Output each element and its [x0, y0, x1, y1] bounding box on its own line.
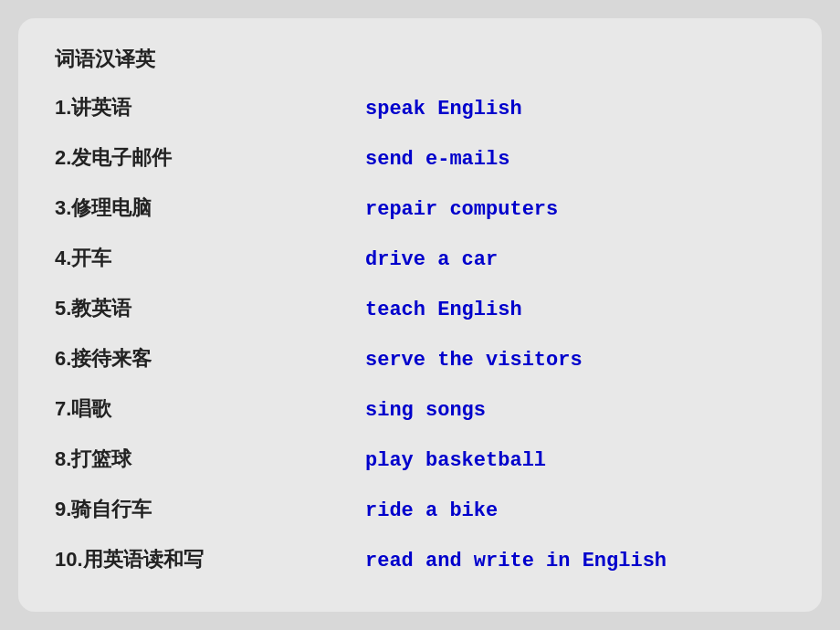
chinese-text: 5.教英语 — [55, 295, 365, 322]
vocab-row: 1.讲英语speak English — [55, 94, 785, 121]
vocab-row: 3.修理电脑repair computers — [55, 194, 785, 222]
chinese-text: 1.讲英语 — [55, 94, 365, 121]
chinese-text: 8.打篮球 — [55, 446, 365, 473]
chinese-text: 2.发电子邮件 — [55, 144, 365, 172]
vocab-list: 1.讲英语speak English2.发电子邮件send e-mails3.修… — [55, 82, 785, 584]
english-text: ride a bike — [365, 499, 498, 522]
vocab-row: 6.接待来客serve the visitors — [55, 345, 785, 373]
main-card: 词语汉译英 1.讲英语speak English2.发电子邮件send e-ma… — [18, 18, 822, 612]
vocab-row: 10.用英语读和写read and write in English — [55, 546, 785, 573]
vocab-row: 5.教英语teach English — [55, 295, 785, 322]
chinese-text: 10.用英语读和写 — [55, 546, 365, 573]
vocab-row: 7.唱歌sing songs — [55, 395, 785, 423]
vocab-row: 2.发电子邮件send e-mails — [55, 144, 785, 172]
vocab-row: 4.开车drive a car — [55, 245, 785, 272]
english-text: teach English — [365, 299, 522, 321]
english-text: sing songs — [365, 399, 486, 422]
vocab-row: 8.打篮球play basketball — [55, 446, 785, 473]
vocab-row: 9.骑自行车ride a bike — [55, 496, 785, 523]
english-text: read and write in English — [365, 550, 667, 572]
english-text: serve the visitors — [365, 349, 583, 372]
chinese-text: 3.修理电脑 — [55, 194, 365, 222]
chinese-text: 9.骑自行车 — [55, 496, 365, 523]
english-text: drive a car — [365, 248, 498, 271]
english-text: speak English — [365, 98, 522, 121]
english-text: repair computers — [365, 198, 558, 221]
page-title: 词语汉译英 — [55, 46, 785, 73]
english-text: send e-mails — [365, 148, 509, 171]
chinese-text: 7.唱歌 — [55, 395, 365, 423]
chinese-text: 6.接待来客 — [55, 345, 365, 373]
english-text: play basketball — [365, 449, 546, 472]
chinese-text: 4.开车 — [55, 245, 365, 272]
